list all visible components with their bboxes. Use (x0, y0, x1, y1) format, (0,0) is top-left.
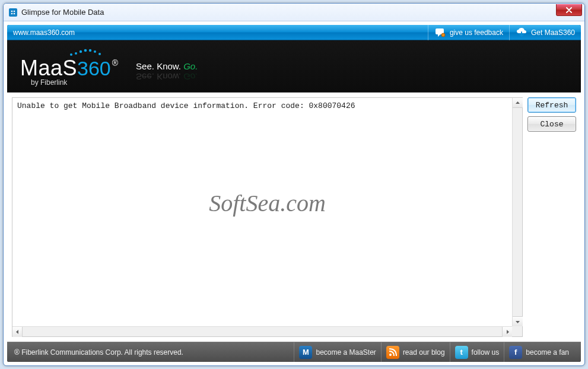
svg-point-10 (84, 49, 87, 52)
svg-point-3 (11, 12, 13, 14)
svg-point-14 (389, 354, 392, 356)
website-link[interactable]: www.maas360.com (13, 28, 75, 37)
side-buttons: Refresh Close (527, 97, 576, 337)
brandbar: MaaS360® by Fiberlink See. Know. Go. See… (7, 40, 581, 93)
scroll-corner (512, 326, 522, 336)
window-title: Glimpse for Mobile Data (21, 8, 104, 17)
svg-point-8 (75, 52, 77, 55)
topbar: www.maas360.com give us feedback Get Maa… (7, 25, 581, 40)
get-maas360-link[interactable]: Get MaaS360 (516, 27, 575, 38)
inner-frame: www.maas360.com give us feedback Get Maa… (7, 25, 581, 362)
svg-point-2 (14, 10, 15, 12)
become-maaster-link[interactable]: M become a MaaSter (299, 346, 376, 359)
svg-rect-0 (9, 8, 17, 17)
feedback-link[interactable]: give us feedback (434, 27, 503, 38)
close-icon (565, 7, 573, 13)
tagline: See. Know. Go. See. Know. Go. (136, 61, 198, 71)
logo-byline: by Fiberlink (31, 78, 67, 87)
window-close-button[interactable] (556, 4, 582, 16)
output-pane: Unable to get Mobile Broadband device in… (12, 97, 523, 337)
content-area: Unable to get Mobile Broadband device in… (7, 93, 581, 342)
error-text[interactable]: Unable to get Mobile Broadband device in… (12, 98, 512, 326)
footer: ® Fiberlink Communications Corp. All rig… (7, 342, 581, 362)
scroll-down-icon[interactable] (513, 316, 523, 326)
horizontal-scrollbar[interactable] (12, 326, 512, 336)
feedback-icon (434, 27, 446, 38)
scroll-left-icon[interactable] (12, 327, 23, 337)
close-button[interactable]: Close (527, 116, 576, 132)
maaster-icon: M (299, 346, 312, 359)
logo-text-maas: MaaS (20, 56, 77, 81)
svg-point-13 (98, 53, 101, 55)
registered-mark: ® (112, 58, 118, 68)
blog-link[interactable]: read our blog (386, 346, 445, 359)
titlebar: Glimpse for Mobile Data (4, 4, 584, 21)
logo: MaaS360® by Fiberlink (20, 46, 118, 87)
facebook-icon: f (509, 346, 522, 359)
svg-point-4 (14, 12, 15, 14)
svg-point-9 (80, 50, 82, 52)
refresh-button[interactable]: Refresh (527, 97, 576, 113)
svg-point-12 (94, 50, 96, 53)
facebook-link[interactable]: f become a fan (509, 346, 569, 359)
copyright: ® Fiberlink Communications Corp. All rig… (14, 348, 183, 357)
svg-point-6 (441, 33, 445, 37)
rss-icon (386, 346, 399, 359)
twitter-link[interactable]: t follow us (455, 346, 500, 359)
twitter-icon: t (455, 346, 468, 359)
app-window: Glimpse for Mobile Data www.maas360.com … (3, 3, 585, 366)
feedback-label: give us feedback (450, 28, 503, 37)
svg-point-11 (89, 49, 91, 51)
get-maas360-label: Get MaaS360 (531, 28, 575, 37)
scroll-up-icon[interactable] (513, 98, 523, 108)
cloud-download-icon (516, 27, 527, 38)
svg-point-1 (11, 10, 13, 12)
vertical-scrollbar[interactable] (512, 98, 522, 326)
logo-text-360: 360 (77, 57, 111, 80)
scroll-right-icon[interactable] (502, 327, 512, 337)
app-icon (8, 8, 18, 17)
